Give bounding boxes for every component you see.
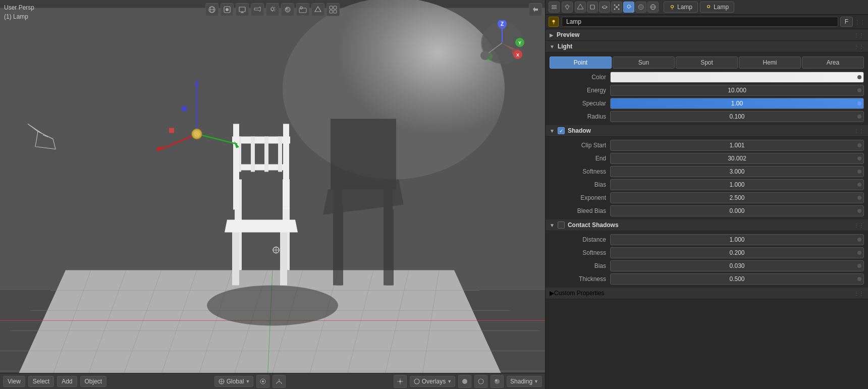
wireframe-mode-btn[interactable] bbox=[474, 375, 487, 388]
viewport-render-icon[interactable] bbox=[221, 3, 234, 16]
color-label: Color bbox=[550, 74, 610, 81]
material-data-tab[interactable] bbox=[635, 2, 646, 13]
scene-tab[interactable] bbox=[575, 2, 586, 13]
viewport-expand-btn[interactable] bbox=[529, 3, 542, 16]
svg-rect-42 bbox=[233, 124, 239, 210]
cs-thickness-value[interactable]: 0.500 bbox=[610, 273, 864, 285]
color-value[interactable] bbox=[610, 72, 864, 83]
light-section-content: Point Sun Spot Hemi Area Color ➡ Energy bbox=[546, 52, 868, 125]
specular-row: Specular 1.00 bbox=[546, 97, 868, 110]
viewport-display-icon[interactable] bbox=[236, 3, 249, 16]
softness-label: Softness bbox=[550, 168, 610, 175]
viewport-material-icon[interactable] bbox=[281, 3, 294, 16]
lamp-data-tab[interactable] bbox=[623, 2, 634, 13]
object-menu-btn[interactable]: Object bbox=[80, 376, 107, 387]
shadow-checkbox[interactable]: ✓ bbox=[558, 127, 565, 134]
viewport[interactable]: User Persp (1) Lamp bbox=[0, 0, 545, 389]
viewport-mode-icon[interactable] bbox=[205, 3, 219, 16]
preview-section-dots: ⋮⋮ bbox=[854, 32, 864, 38]
bleed-bias-row: Bleed Bias 0.000 bbox=[546, 204, 868, 217]
shadow-checkbox-area: ✓ Shadow bbox=[558, 127, 591, 134]
svg-point-125 bbox=[614, 9, 616, 10]
cs-distance-row: Distance 1.000 bbox=[546, 233, 868, 246]
material-preview-btn[interactable] bbox=[491, 375, 504, 388]
viewport-scene-icon[interactable] bbox=[311, 3, 324, 16]
cs-bias-value[interactable]: 0.030 bbox=[610, 260, 864, 271]
svg-point-116 bbox=[495, 379, 497, 381]
select-menu-btn[interactable]: Select bbox=[28, 376, 54, 387]
particle-tab[interactable] bbox=[611, 2, 622, 13]
proportional-edit-btn[interactable] bbox=[273, 375, 286, 388]
bleed-bias-value[interactable]: 0.000 bbox=[610, 205, 864, 216]
svg-point-112 bbox=[414, 379, 419, 384]
exponent-value[interactable]: 2.500 bbox=[610, 192, 864, 203]
svg-rect-56 bbox=[182, 106, 187, 112]
light-type-point[interactable]: Point bbox=[550, 57, 612, 69]
svg-line-72 bbox=[275, 11, 275, 11]
cs-distance-dot bbox=[857, 238, 861, 242]
light-type-spot[interactable]: Spot bbox=[676, 57, 738, 69]
fake-user-btn[interactable]: F bbox=[840, 17, 853, 27]
shadow-section-dots: ⋮⋮ bbox=[854, 128, 864, 134]
svg-text:Z: Z bbox=[501, 21, 504, 27]
viewport-gizmo[interactable]: Z Z bbox=[479, 20, 525, 66]
contact-shadow-title: Contact Shadows bbox=[568, 221, 619, 229]
object-tab[interactable] bbox=[587, 2, 598, 13]
object-name-field[interactable] bbox=[562, 17, 838, 27]
panel-tab-lamp-icon[interactable]: Lamp bbox=[664, 2, 698, 13]
light-type-hemi[interactable]: Hemi bbox=[739, 57, 801, 69]
clip-end-value[interactable]: 30.002 bbox=[610, 153, 864, 164]
overlays-btn[interactable]: Overlays ▼ bbox=[410, 376, 455, 387]
cs-softness-value[interactable]: 0.200 bbox=[610, 247, 864, 258]
bleed-bias-label: Bleed Bias bbox=[550, 207, 610, 214]
transform-space-chevron: ▼ bbox=[245, 379, 250, 384]
section-custom-props-header[interactable]: ▶ Custom Properties ⋮⋮ bbox=[546, 288, 868, 299]
exponent-label: Exponent bbox=[550, 194, 610, 201]
light-type-area[interactable]: Area bbox=[802, 57, 864, 69]
radius-value[interactable]: 0.100 bbox=[610, 111, 864, 122]
light-type-sun[interactable]: Sun bbox=[613, 57, 675, 69]
cs-softness-dot bbox=[857, 251, 861, 255]
contact-shadow-checkbox[interactable]: ✓ bbox=[558, 221, 565, 229]
viewport-lamp-icon[interactable] bbox=[266, 3, 279, 16]
solid-mode-btn[interactable] bbox=[458, 375, 471, 388]
svg-point-114 bbox=[478, 379, 483, 384]
panel-menu-btn[interactable] bbox=[549, 2, 560, 13]
cs-distance-label: Distance bbox=[550, 236, 610, 243]
transform-space-label: Global bbox=[227, 378, 244, 385]
transform-space-select[interactable]: Global ▼ bbox=[214, 376, 254, 387]
viewport-camera-icon[interactable] bbox=[251, 3, 264, 16]
bias-value[interactable]: 1.000 bbox=[610, 179, 864, 190]
world-data-tab[interactable] bbox=[647, 2, 659, 13]
panel-tab1-label: Lamp bbox=[677, 4, 692, 11]
view-menu-btn[interactable]: View bbox=[3, 376, 25, 387]
energy-value[interactable]: 10.000 bbox=[610, 85, 864, 96]
viewport-world-icon[interactable] bbox=[296, 3, 309, 16]
shadow-arrow: ▼ bbox=[550, 128, 555, 134]
section-shadow-header[interactable]: ▼ ✓ Shadow ⋮⋮ bbox=[546, 125, 868, 137]
snap-btn[interactable] bbox=[256, 375, 269, 388]
cs-distance-value[interactable]: 1.000 bbox=[610, 234, 864, 245]
shading-btn[interactable]: Shading ▼ bbox=[507, 376, 542, 387]
exponent-row: Exponent 2.500 bbox=[546, 191, 868, 204]
panel-tab2-label: Lamp bbox=[714, 4, 729, 11]
clip-start-row: Clip Start 1.001 bbox=[546, 139, 868, 152]
bias-row: Bias 1.000 bbox=[546, 178, 868, 191]
pin-btn[interactable] bbox=[562, 2, 573, 13]
add-menu-btn[interactable]: Add bbox=[57, 376, 77, 387]
svg-marker-120 bbox=[577, 4, 583, 9]
preview-title: Preview bbox=[557, 31, 579, 38]
radius-label: Radius bbox=[550, 113, 610, 120]
viewport-dots-icon[interactable] bbox=[327, 3, 340, 16]
clip-start-value[interactable]: 1.001 bbox=[610, 140, 864, 151]
section-contact-shadow-header[interactable]: ▼ ✓ Contact Shadows ⋮⋮ bbox=[546, 219, 868, 231]
svg-point-124 bbox=[618, 5, 620, 6]
clip-end-row: End 30.002 bbox=[546, 152, 868, 165]
transform-pivot-btn[interactable] bbox=[394, 375, 407, 388]
section-preview-header[interactable]: ▶ Preview ⋮⋮ bbox=[546, 29, 868, 41]
section-light-header[interactable]: ▼ Light ⋮⋮ bbox=[546, 41, 868, 52]
panel-tab-lamp-name[interactable]: Lamp bbox=[700, 2, 734, 13]
softness-value[interactable]: 3.000 bbox=[610, 166, 864, 177]
specular-value[interactable]: 1.00 bbox=[610, 98, 864, 109]
modifier-tab[interactable] bbox=[599, 2, 610, 13]
